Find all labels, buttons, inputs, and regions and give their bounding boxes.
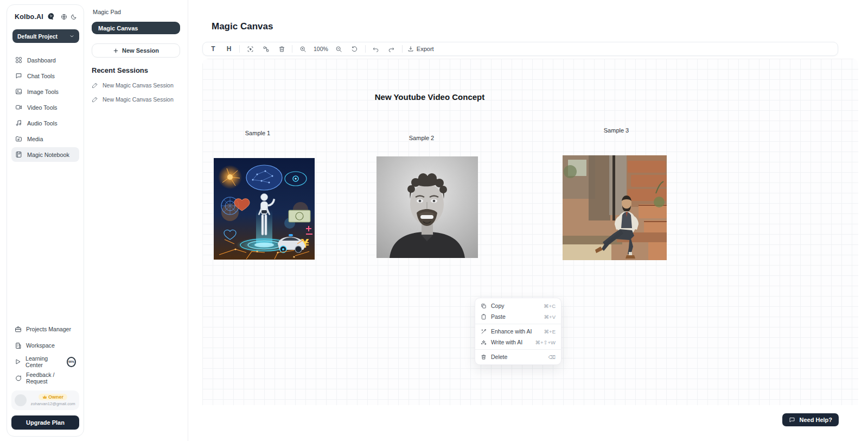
sample-1-label[interactable]: Sample 1 <box>245 130 270 136</box>
user-email: zoharvan12@gmail.com <box>31 401 75 406</box>
play-icon <box>15 358 21 365</box>
context-menu-shortcut: ⌘+V <box>544 314 556 320</box>
toolbar-separator <box>365 45 366 53</box>
context-menu-item-copy[interactable]: Copy ⌘+C <box>475 300 561 311</box>
export-button[interactable]: Export <box>407 46 434 52</box>
context-menu-divider <box>475 324 561 324</box>
project-selector-label: Default Project <box>17 33 58 40</box>
session-item-label: New Magic Canvas Session <box>103 96 174 103</box>
sidebar-item-magic-notebook[interactable]: Magic Notebook <box>11 147 79 162</box>
video-camera-icon <box>15 104 22 111</box>
user-meta: Owner zoharvan12@gmail.com <box>30 394 76 406</box>
sidebar-item-media[interactable]: Media <box>11 131 79 146</box>
plus-icon <box>113 48 119 54</box>
primary-sidebar: Kolbo.AI Default Project Dashboard <box>7 4 84 437</box>
context-menu-shortcut: ⌘+E <box>544 329 556 335</box>
user-account-card[interactable]: Owner zoharvan12@gmail.com <box>11 390 79 410</box>
crown-icon <box>42 395 47 399</box>
sample-2-label[interactable]: Sample 2 <box>409 135 434 141</box>
context-menu-item-delete[interactable]: Delete ⌫ <box>475 351 561 362</box>
sidebar-item-image-tools[interactable]: Image Tools <box>11 84 79 99</box>
pencil-icon <box>92 96 98 103</box>
zoom-out-button[interactable] <box>334 43 344 54</box>
sidebar-item-label: Magic Notebook <box>27 152 69 158</box>
undo-button[interactable] <box>371 43 381 54</box>
learning-progress-badge: 66% <box>67 357 76 367</box>
chat-bubble-icon <box>15 72 22 79</box>
context-menu-label: Copy <box>491 303 505 309</box>
context-menu-label: Enhance with AI <box>491 328 532 335</box>
session-item-label: New Magic Canvas Session <box>103 82 174 89</box>
sidebar-spacer <box>11 162 79 321</box>
language-globe-icon[interactable] <box>61 14 67 20</box>
sidebar-item-label: Chat Tools <box>27 73 55 79</box>
zoom-level: 100% <box>313 46 329 52</box>
sidebar-item-label: Dashboard <box>27 57 56 64</box>
sidebar-item-audio-tools[interactable]: Audio Tools <box>11 116 79 130</box>
download-icon <box>407 46 414 52</box>
sidebar-item-label: Feedback / Request <box>26 371 76 385</box>
owner-badge: Owner <box>39 394 67 400</box>
context-menu-label: Write with AI <box>491 339 522 345</box>
sample-image-1[interactable]: ¥ <box>214 158 315 260</box>
sample-image-3[interactable] <box>563 155 667 260</box>
music-note-icon <box>15 119 22 127</box>
reset-view-button[interactable] <box>349 43 360 54</box>
sidebar-item-label: Projects Manager <box>26 326 71 332</box>
sidebar-item-label: Workspace <box>26 342 55 349</box>
sidebar-item-dashboard[interactable]: Dashboard <box>11 53 79 67</box>
owner-badge-label: Owner <box>48 394 63 400</box>
recent-sessions-title: Recent Sessions <box>92 66 180 74</box>
session-item[interactable]: New Magic Canvas Session <box>92 96 180 103</box>
session-item[interactable]: New Magic Canvas Session <box>92 82 180 89</box>
sidebar-item-chat-tools[interactable]: Chat Tools <box>11 68 79 83</box>
dashboard-icon <box>15 56 22 64</box>
sidebar-item-label: Video Tools <box>27 104 57 111</box>
select-tool-button[interactable] <box>245 43 256 54</box>
chevron-down-icon <box>69 34 74 39</box>
context-menu-item-write-with-ai[interactable]: Write with AI ⌘+⇧+W <box>475 337 561 348</box>
sidebar-item-feedback-request[interactable]: Feedback / Request <box>11 370 79 386</box>
flow-connector-button[interactable] <box>260 43 271 54</box>
redo-button[interactable] <box>386 43 397 54</box>
upgrade-plan-button[interactable]: Upgrade Plan <box>11 415 79 430</box>
new-session-button[interactable]: New Session <box>92 43 180 58</box>
need-help-button[interactable]: Need Help? <box>782 413 839 426</box>
sample-3-label[interactable]: Sample 3 <box>604 127 629 134</box>
context-menu-divider <box>475 349 561 350</box>
clipboard-icon <box>481 314 487 320</box>
context-menu-shortcut: ⌘+C <box>544 303 556 309</box>
brand-head-icon <box>47 12 55 21</box>
project-selector[interactable]: Default Project <box>12 29 79 43</box>
trash-icon <box>481 354 487 360</box>
need-help-label: Need Help? <box>799 417 832 423</box>
building-icon <box>15 342 22 349</box>
delete-tool-button[interactable] <box>276 43 287 54</box>
sample-image-2[interactable] <box>376 156 478 258</box>
magic-wand-icon <box>481 329 487 335</box>
tab-magic-canvas[interactable]: Magic Canvas <box>92 22 180 34</box>
app-window: Kolbo.AI Default Project Dashboard <box>0 0 868 441</box>
main-area: Magic Canvas T H 100% Export New Youtube… <box>188 0 868 441</box>
canvas-heading-text[interactable]: New Youtube Video Concept <box>375 92 485 102</box>
sidebar-item-projects-manager[interactable]: Projects Manager <box>11 321 79 337</box>
tab-magic-pad[interactable]: Magic Pad <box>92 8 180 22</box>
heading-tool-button[interactable]: H <box>224 43 234 54</box>
text-tool-button[interactable]: T <box>208 43 219 54</box>
context-menu-shortcut: ⌘+⇧+W <box>535 339 556 345</box>
brand-logo-text: Kolbo.AI <box>15 13 43 21</box>
context-menu-item-paste[interactable]: Paste ⌘+V <box>475 311 561 322</box>
page-title: Magic Canvas <box>212 21 273 32</box>
copy-icon <box>481 303 487 309</box>
context-menu-item-enhance-with-ai[interactable]: Enhance with AI ⌘+E <box>475 326 561 337</box>
sidebar-item-workspace[interactable]: Workspace <box>11 337 79 354</box>
dark-mode-moon-icon[interactable] <box>71 14 77 20</box>
new-session-label: New Session <box>122 47 159 54</box>
context-menu: Copy ⌘+C Paste ⌘+V Enhance with AI ⌘+E W… <box>475 298 561 365</box>
magic-canvas-grid[interactable]: New Youtube Video Concept Sample 1 Sampl… <box>202 59 858 405</box>
sidebar-item-learning-center[interactable]: Learning Center 66% <box>11 354 79 370</box>
sidebar-item-video-tools[interactable]: Video Tools <box>11 100 79 115</box>
media-folder-icon <box>15 135 22 142</box>
zoom-in-button[interactable] <box>297 43 308 54</box>
sidebar-item-label: Image Tools <box>27 89 59 95</box>
